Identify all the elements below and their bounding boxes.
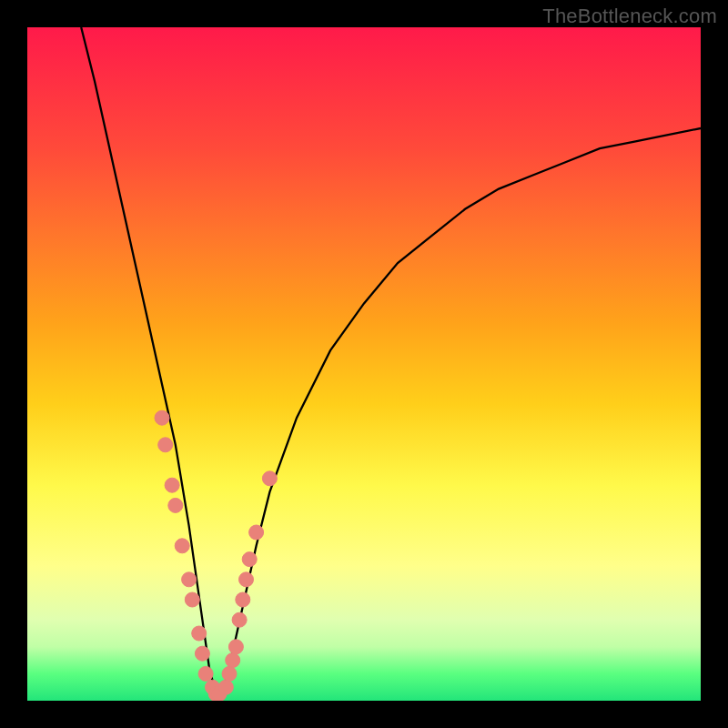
sample-dots-group (155, 410, 277, 701)
chart-svg (27, 27, 701, 701)
sample-dot (192, 626, 207, 641)
sample-dot (222, 666, 237, 681)
chart-frame: TheBottleneck.com (0, 0, 728, 728)
sample-dot (239, 572, 254, 587)
sample-dot (165, 478, 179, 492)
sample-dot (236, 592, 250, 607)
sample-dot (198, 666, 213, 681)
sample-dot (242, 552, 257, 567)
sample-dot (228, 640, 243, 654)
sample-dot (182, 572, 197, 587)
sample-dot (195, 646, 209, 661)
sample-dot (218, 680, 233, 694)
bottleneck-curve (81, 27, 701, 694)
sample-dot (155, 410, 169, 425)
attribution-text: TheBottleneck.com (542, 5, 717, 28)
sample-dot (185, 592, 199, 607)
sample-dot (175, 539, 189, 553)
sample-dot (158, 438, 173, 452)
sample-dot (262, 471, 277, 486)
sample-dot (232, 612, 247, 627)
plot-area (27, 27, 701, 701)
sample-dot (249, 525, 264, 540)
sample-dot (226, 653, 240, 668)
sample-dot (168, 498, 183, 512)
